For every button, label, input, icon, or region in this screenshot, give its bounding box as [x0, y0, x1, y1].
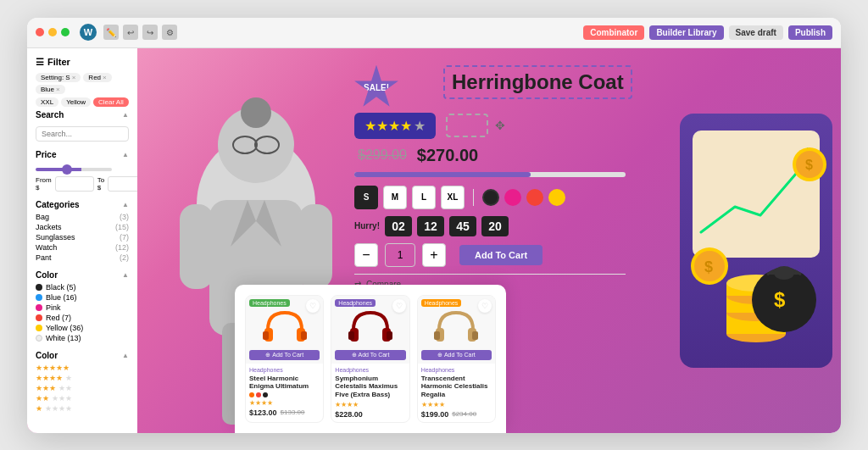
card-body: Headphones Transcendent Harmonic Celesti… — [418, 364, 495, 422]
price-range: From $ To $ — [36, 176, 129, 192]
card-price: $228.00 — [335, 410, 405, 419]
card-body: Headphones Steel Harmonic Enigma Ultimat… — [246, 364, 323, 420]
settings-icon[interactable]: ⚙ — [162, 25, 177, 40]
list-item[interactable]: Pant(2) — [36, 253, 129, 262]
list-item[interactable]: White (13) — [36, 334, 129, 342]
filter-tag-xxl[interactable]: XXL — [36, 97, 58, 107]
size-btn-l[interactable]: L — [412, 186, 436, 209]
undo-icon[interactable]: ↩ — [123, 25, 138, 40]
size-btn-m[interactable]: M — [383, 186, 407, 209]
card-add-to-cart-button[interactable]: ⊕Add To Cart — [249, 350, 320, 360]
card-badge: Headphones — [249, 299, 290, 307]
progress-bar-bg — [354, 172, 626, 177]
filter-tag-red[interactable]: Red × — [83, 73, 111, 82]
filter-tag-blue[interactable]: Blue × — [36, 85, 65, 94]
redo-icon[interactable]: ↪ — [142, 25, 158, 40]
sale-badge-text: SALE! — [364, 83, 389, 92]
svg-rect-19 — [387, 331, 392, 340]
money-panel: $ $ — [671, 48, 841, 433]
list-item[interactable]: Pink — [36, 303, 129, 312]
dot-maximize[interactable] — [61, 28, 70, 36]
color-swatch-black[interactable] — [482, 189, 499, 206]
price-slider[interactable] — [36, 168, 112, 171]
price-from-input[interactable] — [55, 176, 94, 192]
svg-point-40 — [774, 266, 794, 280]
wordpress-icon[interactable]: W — [80, 24, 97, 41]
card-wishlist-icon[interactable]: ♡ — [392, 299, 406, 313]
svg-rect-9 — [180, 204, 214, 289]
divider — [354, 274, 626, 275]
add-to-cart-button[interactable]: Add To Cart — [459, 245, 542, 265]
card-stars: ★★★★ — [335, 401, 405, 408]
price-arrow: ▲ — [122, 151, 129, 158]
headphone-illustration — [345, 304, 396, 355]
filter-title: Filter — [47, 57, 70, 67]
qty-value: 1 — [385, 243, 415, 267]
hurry-label: Hurry! — [354, 221, 380, 231]
headphone-illustration — [259, 304, 310, 355]
product-card: Headphones ♡ ⊕Add To Cart — [331, 295, 409, 423]
size-btn-s[interactable]: S — [354, 186, 378, 209]
list-item[interactable]: Black (5) — [36, 283, 129, 292]
svg-rect-18 — [348, 331, 354, 340]
card-image-area: Headphones ♡ ⊕Add To Cart — [418, 296, 495, 364]
color-swatch-red[interactable] — [526, 189, 543, 206]
color-swatch-yellow[interactable] — [548, 189, 565, 206]
publish-button[interactable]: Publish — [788, 25, 832, 40]
list-item[interactable]: Sunglasses(7) — [36, 233, 129, 242]
filter-tag-setting[interactable]: Setting: S × — [36, 73, 81, 82]
card-add-to-cart-button[interactable]: ⊕Add To Cart — [335, 350, 405, 360]
svg-rect-24 — [693, 131, 820, 258]
search-input[interactable] — [36, 126, 129, 142]
size-color-row: S M L XL — [354, 186, 641, 209]
svg-rect-23 — [472, 331, 478, 340]
card-price: $123.00 $133.00 — [249, 408, 320, 417]
filter-tag-yellow[interactable]: Yellow — [61, 97, 91, 107]
card-wishlist-icon[interactable]: ♡ — [478, 299, 492, 313]
card-image-area: Headphones ♡ ⊕Add To Cart — [246, 296, 323, 364]
price-row: $299.00 $270.00 — [358, 146, 641, 165]
countdown-hours: 12 — [417, 216, 444, 236]
list-item[interactable]: ★★★★★ — [36, 364, 129, 372]
list-item[interactable]: Red (7) — [36, 314, 129, 322]
list-item[interactable]: ★★★★★ — [36, 394, 129, 403]
list-item[interactable]: ★★★★★ — [36, 384, 129, 392]
card-name: Transcendent Harmonic Celestialis Regali… — [421, 375, 492, 399]
list-item[interactable]: Jackets(15) — [36, 223, 129, 231]
qty-increase-button[interactable]: + — [422, 243, 446, 267]
categories-section: Categories ▲ Bag(3) Jackets(15) Sunglass… — [36, 200, 129, 262]
progress-bar-fill — [354, 172, 531, 177]
qty-decrease-button[interactable]: − — [354, 243, 378, 267]
price-to-input[interactable] — [108, 176, 137, 192]
card-add-to-cart-button[interactable]: ⊕Add To Cart — [421, 350, 492, 360]
list-item[interactable]: Yellow (36) — [36, 324, 129, 332]
svg-rect-14 — [263, 331, 269, 340]
card-stars: ★★★★ — [421, 401, 492, 408]
headphone-illustration — [431, 304, 481, 355]
builder-library-button[interactable]: Builder Library — [649, 25, 723, 40]
size-btn-xl[interactable]: XL — [441, 186, 465, 209]
combinator-button[interactable]: Combinator — [583, 25, 644, 40]
list-item[interactable]: ★★★★★ — [36, 404, 129, 413]
hurry-row: Hurry! 02 12 45 20 — [354, 216, 641, 236]
from-label: From $ — [36, 176, 52, 192]
search-section: Search ▲ — [36, 110, 129, 142]
clear-all-button[interactable]: Clear All — [93, 97, 129, 107]
card-wishlist-icon[interactable]: ♡ — [306, 299, 320, 313]
list-item[interactable]: Watch(12) — [36, 243, 129, 252]
list-item[interactable]: Bag(3) — [36, 213, 129, 221]
color-swatch-pink[interactable] — [504, 189, 521, 206]
dot-close[interactable] — [36, 28, 44, 36]
card-color-dots — [249, 392, 320, 397]
save-draft-button[interactable]: Save draft — [729, 25, 783, 40]
dot-minimize[interactable] — [48, 28, 57, 36]
edit-icon[interactable]: ✏️ — [103, 25, 119, 40]
card-price: $199.00 $234.00 — [421, 410, 492, 419]
filter-tags: Setting: S × Red × Blue × — [36, 73, 129, 94]
list-item[interactable]: Blue (16) — [36, 293, 129, 302]
svg-rect-15 — [301, 331, 307, 340]
money-illustration-svg: $ $ — [684, 122, 828, 359]
svg-text:$: $ — [704, 258, 713, 275]
list-item[interactable]: ★★★★★ — [36, 374, 129, 382]
card-price-original: $234.00 — [452, 410, 476, 418]
